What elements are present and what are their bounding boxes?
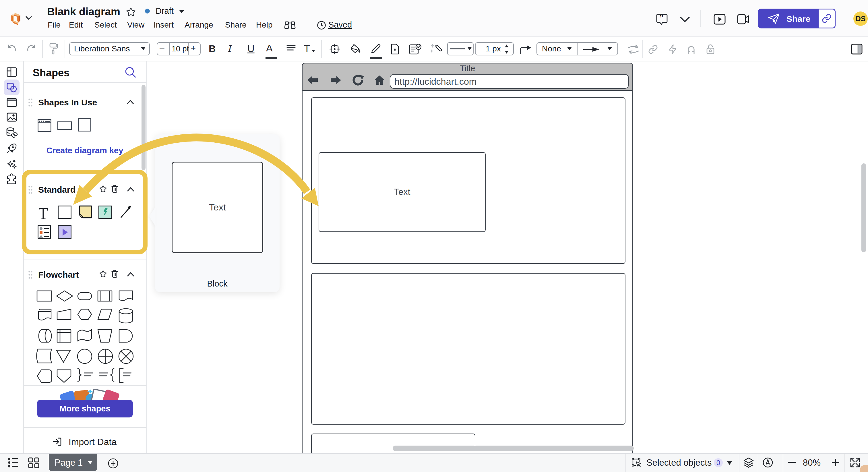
svg-text:”: ” [660,13,663,22]
